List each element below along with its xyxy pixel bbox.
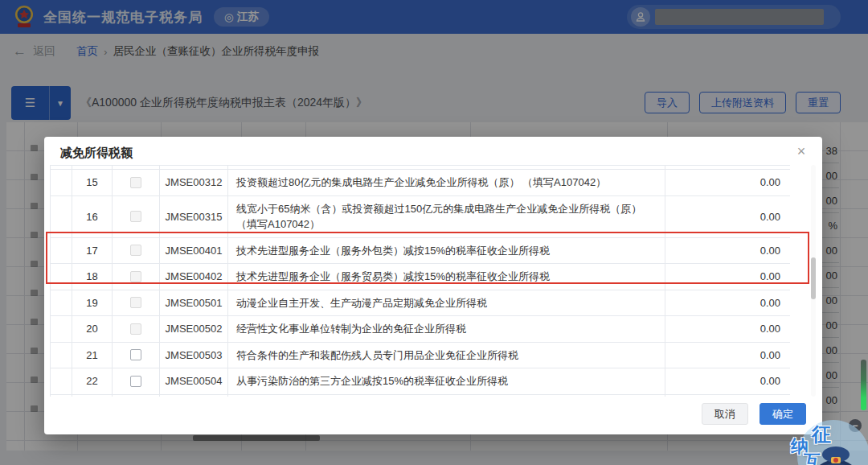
row-number: 22: [72, 368, 113, 394]
table-row: 22JMSE00504从事污染防治的第三方企业减按15%的税率征收企业所得税0.…: [51, 368, 790, 395]
row-number: 21: [72, 343, 113, 368]
table-row: 18JMSE00402技术先进型服务企业（服务贸易类）减按15%的税率征收企业所…: [51, 264, 790, 290]
close-icon[interactable]: ×: [792, 142, 811, 161]
table-row: 21JMSE00503符合条件的生产和装配伤残人员专门用品企业免征企业所得税0.…: [51, 343, 790, 369]
cancel-button[interactable]: 取消: [702, 403, 748, 425]
row-checkbox[interactable]: [130, 245, 141, 256]
row-checkbox[interactable]: [130, 211, 141, 222]
page-scrollbar-green[interactable]: [861, 360, 866, 410]
row-number: 17: [72, 238, 113, 264]
row-checkbox[interactable]: [130, 177, 141, 188]
table-row: 20JMSE00502经营性文化事业单位转制为企业的免征企业所得税0.00: [51, 316, 790, 343]
partial-row: [51, 395, 790, 397]
row-code: JMSE00312: [160, 170, 228, 195]
row-amount: 0.00: [665, 316, 790, 342]
row-number: 19: [72, 290, 113, 316]
table-row: 16JMSE00315线宽小于65纳米（含）或投资额超过150亿元的集成电路生产…: [51, 196, 790, 238]
row-code: JMSE00504: [160, 368, 228, 394]
tax-reduction-modal: 减免所得税额 × 15JMSE00312投资额超过80亿元的集成电路生产企业减免…: [44, 137, 822, 434]
row-checkbox[interactable]: [130, 271, 141, 282]
mascot-char: 征: [812, 422, 831, 447]
row-code: JMSE00315: [160, 196, 228, 237]
modal-scrollbar-thumb[interactable]: [811, 257, 816, 299]
row-number: 18: [72, 264, 113, 290]
row-description: 符合条件的生产和装配伤残人员专门用品企业免征企业所得税: [228, 343, 665, 368]
row-amount: 0.00: [665, 196, 790, 237]
row-amount: 0.00: [665, 368, 790, 394]
table-row: 17JMSE00401技术先进型服务企业（服务外包类）减按15%的税率征收企业所…: [51, 238, 790, 265]
table-row: 19JMSE00501动漫企业自主开发、生产动漫产品定期减免企业所得税0.00: [51, 290, 790, 317]
modal-table: 15JMSE00312投资额超过80亿元的集成电路生产企业减免企业所得税（原） …: [50, 165, 790, 397]
row-description: 技术先进型服务企业（服务贸易类）减按15%的税率征收企业所得税: [228, 264, 665, 290]
row-code: JMSE00503: [160, 343, 228, 368]
row-amount: 0.00: [665, 238, 790, 264]
modal-title: 减免所得税额: [60, 146, 133, 161]
row-code: JMSE00401: [160, 238, 228, 264]
mascot-char: 互: [804, 450, 821, 465]
modal-footer: 取消 确定: [702, 403, 806, 425]
row-number: 20: [72, 316, 113, 342]
row-amount: 0.00: [665, 170, 790, 195]
app-window: 全国统一规范电子税务局 ◎ 江苏 ← 返回 首页 › 居民企业（查账征收）企业所…: [0, 0, 868, 465]
row-code: JMSE00502: [160, 316, 228, 342]
assistant-mascot[interactable]: 征 纳 互: [797, 420, 868, 465]
row-description: 从事污染防治的第三方企业减按15%的税率征收企业所得税: [228, 368, 665, 394]
row-description: 投资额超过80亿元的集成电路生产企业减免企业所得税（原） （填写A107042）: [228, 170, 665, 195]
row-description: 线宽小于65纳米（含）或投资额超过150亿元的集成电路生产企业减免企业所得税（原…: [228, 196, 665, 237]
row-checkbox[interactable]: [130, 349, 141, 360]
row-number: 15: [72, 170, 113, 195]
row-amount: 0.00: [665, 264, 790, 290]
row-description: 经营性文化事业单位转制为企业的免征企业所得税: [228, 316, 665, 342]
row-checkbox[interactable]: [130, 376, 141, 387]
row-description: 动漫企业自主开发、生产动漫产品定期减免企业所得税: [228, 290, 665, 316]
row-checkbox[interactable]: [130, 323, 141, 335]
row-description: 技术先进型服务企业（服务外包类）减按15%的税率征收企业所得税: [228, 238, 665, 264]
row-amount: 0.00: [665, 290, 790, 316]
row-code: JMSE00501: [160, 290, 228, 316]
row-amount: 0.00: [665, 343, 790, 368]
table-row: 15JMSE00312投资额超过80亿元的集成电路生产企业减免企业所得税（原） …: [51, 170, 790, 196]
row-number: 16: [72, 196, 113, 237]
row-checkbox[interactable]: [130, 297, 141, 308]
row-code: JMSE00402: [160, 264, 228, 290]
